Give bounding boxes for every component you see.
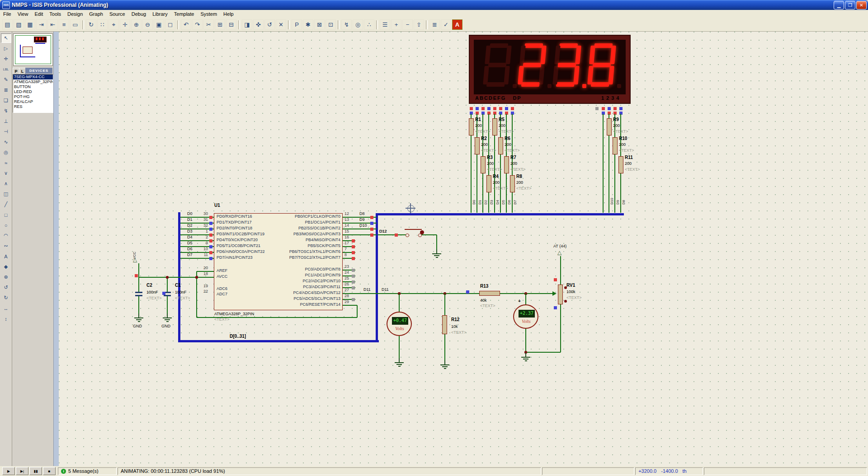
terminals-mode-icon[interactable]: ⊥: [1, 117, 11, 126]
play-button[interactable]: ▶: [2, 467, 15, 475]
capacitor-C2[interactable]: [135, 295, 142, 296]
decompose-icon[interactable]: ⊡: [326, 19, 336, 30]
resistor-R1[interactable]: [469, 118, 474, 135]
resistor-R7[interactable]: [504, 156, 509, 173]
voltage-probe-mode-icon[interactable]: ∨: [1, 168, 11, 178]
device-item-res[interactable]: RES: [13, 104, 53, 109]
make-device-icon[interactable]: ✱: [303, 19, 313, 30]
zoom-in-icon[interactable]: ⊕: [131, 19, 142, 30]
2d-marker-mode-icon[interactable]: ⊕: [1, 272, 11, 282]
voltmeter-2[interactable]: +2.37Volts: [513, 304, 538, 329]
resistor-R9[interactable]: [607, 118, 612, 135]
2d-path-mode-icon[interactable]: ∾: [1, 241, 11, 251]
block-rotate-icon[interactable]: ↺: [264, 19, 275, 30]
bill-of-materials-icon[interactable]: ≣: [429, 19, 440, 30]
capacitor-C2[interactable]: [135, 292, 142, 293]
menu-system[interactable]: System: [197, 11, 220, 17]
device-item-realcap[interactable]: REALCAP: [13, 99, 53, 104]
2d-text-mode-icon[interactable]: A: [1, 252, 11, 261]
instant-edit-mode-icon[interactable]: ↯: [1, 106, 11, 116]
graph-mode-icon[interactable]: ∿: [1, 137, 11, 147]
new-design-icon[interactable]: ▤: [2, 19, 13, 30]
device-item-7seg-mpx4-cc[interactable]: 7SEG-MPX4-CC: [13, 75, 53, 79]
schematic-canvas[interactable]: D[0..31]U1ATMEGA328P_32PIN<TEXT>D030PD0/…: [59, 32, 868, 466]
menu-file[interactable]: File: [0, 11, 14, 17]
resistor-R2[interactable]: [475, 137, 480, 154]
block-copy-icon[interactable]: ◨: [242, 19, 252, 30]
menu-tools[interactable]: Tools: [46, 11, 64, 17]
export-section-icon[interactable]: ⇤: [47, 19, 58, 30]
subcircuit-mode-icon[interactable]: ❏: [1, 96, 11, 105]
overview-minimap[interactable]: [13, 33, 53, 66]
new-sheet-icon[interactable]: +: [391, 19, 401, 30]
2d-line-mode-icon[interactable]: ╱: [1, 200, 11, 209]
rotate-anticlockwise-button-icon[interactable]: ↺: [1, 283, 11, 292]
resistor-R3[interactable]: [481, 156, 486, 173]
menu-template[interactable]: Template: [171, 11, 198, 17]
library-button[interactable]: L: [19, 68, 26, 75]
pick-device-button[interactable]: P: [13, 68, 19, 75]
electrical-rule-check-icon[interactable]: ✓: [441, 19, 451, 30]
2d-symbol-mode-icon[interactable]: ◆: [1, 262, 11, 271]
current-probe-mode-icon[interactable]: ∧: [1, 179, 11, 188]
import-section-icon[interactable]: ⇥: [36, 19, 47, 30]
toggle-grid-icon[interactable]: ∷: [97, 19, 108, 30]
close-button[interactable]: ✕: [856, 1, 867, 9]
device-item-led-red[interactable]: LED-RED: [13, 89, 53, 94]
search-and-tag-icon[interactable]: ◎: [353, 19, 363, 30]
wire-autorouter-icon[interactable]: ↯: [341, 19, 352, 30]
undo-icon[interactable]: ↶: [181, 19, 191, 30]
message-status[interactable]: i 5 Message(s): [58, 467, 117, 475]
zoom-area-icon[interactable]: ◻: [165, 19, 175, 30]
voltmeter-1[interactable]: +0.47Volts: [387, 312, 412, 336]
menu-library[interactable]: Library: [149, 11, 171, 17]
maximize-button[interactable]: ❐: [845, 1, 855, 9]
packaging-tool-icon[interactable]: ⊠: [314, 19, 325, 30]
junction-dot-mode-icon[interactable]: ✛: [1, 54, 11, 64]
virtual-instruments-mode-icon[interactable]: ◫: [1, 189, 11, 199]
print-design-icon[interactable]: ≡: [59, 19, 69, 30]
rotate-clockwise-button-icon[interactable]: ↻: [1, 293, 11, 303]
wire-label-mode-icon[interactable]: LBL: [1, 65, 11, 74]
push-button[interactable]: [406, 233, 409, 237]
tape-recorder-mode-icon[interactable]: ◎: [1, 148, 11, 157]
menu-edit[interactable]: Edit: [31, 11, 46, 17]
redo-icon[interactable]: ↷: [192, 19, 203, 30]
device-item-pot-hg[interactable]: POT-HG: [13, 94, 53, 99]
open-design-icon[interactable]: ▧: [14, 19, 24, 30]
step-button[interactable]: ▶|: [16, 467, 28, 475]
cut-icon[interactable]: ✂: [203, 19, 214, 30]
selection-mode-icon[interactable]: ↖: [1, 33, 11, 43]
remove-sheet-icon[interactable]: −: [402, 19, 413, 30]
device-item-atmega328p_32pin[interactable]: ATMEGA328P_32PIN: [13, 79, 53, 84]
2d-arc-mode-icon[interactable]: ◠: [1, 231, 11, 240]
block-delete-icon[interactable]: ✕: [276, 19, 286, 30]
stop-button[interactable]: ■: [43, 467, 56, 475]
2d-box-mode-icon[interactable]: □: [1, 210, 11, 219]
toggle-false-origin-icon[interactable]: ⌖: [108, 19, 119, 30]
minimize-button[interactable]: ▁: [834, 1, 844, 9]
menu-debug[interactable]: Debug: [128, 11, 149, 17]
design-explorer-icon[interactable]: ☰: [380, 19, 390, 30]
menu-graph[interactable]: Graph: [86, 11, 106, 17]
menu-view[interactable]: View: [14, 11, 32, 17]
menu-help[interactable]: Help: [220, 11, 237, 17]
resistor-R11[interactable]: [618, 156, 623, 173]
menu-design[interactable]: Design: [64, 11, 86, 17]
save-design-icon[interactable]: ▦: [25, 19, 35, 30]
mirror-x-button-icon[interactable]: ↔: [1, 303, 11, 313]
resistor-R12[interactable]: [442, 315, 447, 334]
zoom-all-icon[interactable]: ▣: [154, 19, 164, 30]
zoom-out-icon[interactable]: ⊖: [142, 19, 153, 30]
text-script-mode-icon[interactable]: ✎: [1, 75, 11, 84]
block-move-icon[interactable]: ✜: [253, 19, 264, 30]
capacitor-C1[interactable]: [164, 295, 171, 296]
property-assignment-icon[interactable]: ∴: [364, 19, 374, 30]
device-item-button[interactable]: BUTTON: [13, 84, 53, 89]
resistor-R6[interactable]: [498, 137, 503, 154]
menu-source[interactable]: Source: [106, 11, 128, 17]
mirror-y-button-icon[interactable]: ↕: [1, 314, 11, 323]
pot-rv1[interactable]: [558, 285, 563, 304]
terminal-at44[interactable]: △: [557, 250, 561, 255]
copy-icon[interactable]: ⊞: [215, 19, 225, 30]
